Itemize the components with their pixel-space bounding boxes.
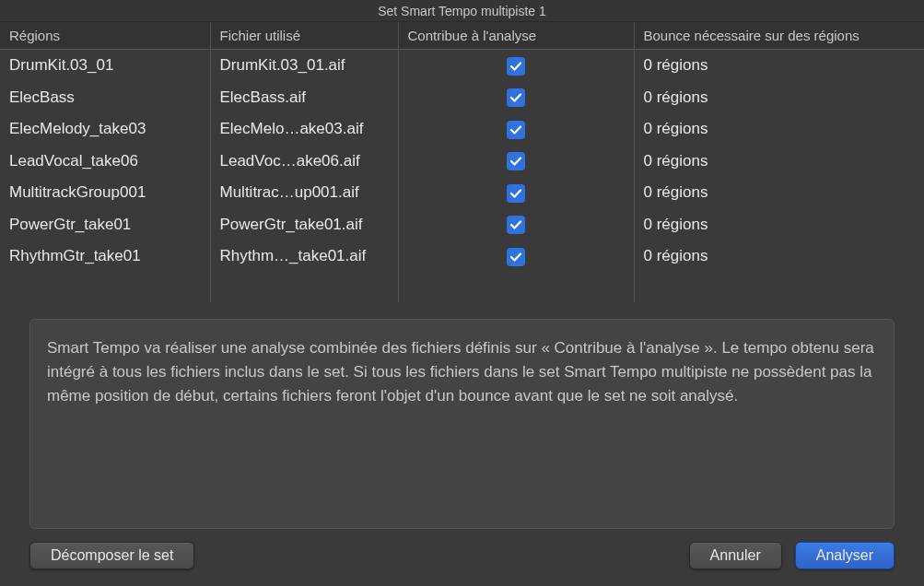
- cell-file: DrumKit.03_01.aif: [210, 50, 398, 82]
- contrib-checkbox[interactable]: [507, 152, 525, 170]
- regions-table-container: Régions Fichier utilisé Contribue à l'an…: [0, 22, 924, 302]
- cell-file: PowerGtr_take01.aif: [210, 209, 398, 241]
- regions-table: Régions Fichier utilisé Contribue à l'an…: [0, 22, 924, 302]
- cell-bounce: 0 régions: [634, 82, 924, 114]
- smart-tempo-window: Set Smart Tempo multipiste 1 Régions Fic…: [0, 0, 924, 586]
- cell-contrib: [398, 209, 634, 241]
- cell-file: ElecMelo…ake03.aif: [210, 113, 398, 146]
- checkmark-icon: [509, 155, 522, 168]
- cell-file: Multitrac…up001.aif: [210, 177, 398, 209]
- contrib-checkbox[interactable]: [507, 121, 525, 139]
- contrib-checkbox[interactable]: [507, 57, 525, 76]
- info-panel: Smart Tempo va réaliser une analyse comb…: [29, 319, 895, 529]
- cell-bounce: 0 régions: [634, 50, 924, 82]
- column-header-contrib[interactable]: Contribue à l'analyse: [398, 22, 634, 50]
- table-row[interactable]: PowerGtr_take01PowerGtr_take01.aif0 régi…: [0, 209, 924, 241]
- table-row[interactable]: ElecBassElecBass.aif0 régions: [0, 82, 924, 114]
- contrib-checkbox[interactable]: [507, 184, 525, 203]
- cell-contrib: [398, 113, 634, 146]
- column-header-file[interactable]: Fichier utilisé: [210, 22, 398, 50]
- table-row[interactable]: RhythmGtr_take01Rhythm…_take01.aif0 régi…: [0, 240, 924, 273]
- cell-region: MultitrackGroup001: [0, 177, 210, 209]
- checkmark-icon: [509, 60, 522, 73]
- checkmark-icon: [509, 218, 522, 231]
- analyze-button[interactable]: Analyser: [795, 542, 895, 569]
- decompose-button[interactable]: Décomposer le set: [29, 542, 194, 569]
- column-header-regions[interactable]: Régions: [0, 22, 210, 50]
- column-header-bounce[interactable]: Bounce nécessaire sur des régions: [634, 22, 924, 50]
- cell-bounce: 0 régions: [634, 177, 924, 209]
- cell-region: RhythmGtr_take01: [0, 240, 210, 273]
- window-title: Set Smart Tempo multipiste 1: [0, 0, 924, 22]
- contrib-checkbox[interactable]: [507, 248, 525, 266]
- checkmark-icon: [509, 251, 522, 264]
- table-row[interactable]: LeadVocal_take06LeadVoc…ake06.aif0 régio…: [0, 146, 924, 178]
- cell-contrib: [398, 146, 634, 178]
- cell-bounce: 0 régions: [634, 240, 924, 273]
- cell-bounce: 0 régions: [634, 209, 924, 241]
- cell-file: ElecBass.aif: [210, 82, 398, 114]
- cell-region: ElecBass: [0, 82, 210, 114]
- cell-bounce: 0 régions: [634, 146, 924, 178]
- checkmark-icon: [509, 123, 522, 136]
- table-row[interactable]: ElecMelody_take03ElecMelo…ake03.aif0 rég…: [0, 113, 924, 146]
- cell-contrib: [398, 82, 634, 114]
- cancel-button[interactable]: Annuler: [689, 542, 782, 569]
- contrib-checkbox[interactable]: [507, 216, 525, 234]
- contrib-checkbox[interactable]: [507, 88, 525, 107]
- table-spacer-row: [0, 273, 924, 302]
- checkmark-icon: [509, 91, 522, 104]
- cell-bounce: 0 régions: [634, 113, 924, 146]
- table-row[interactable]: DrumKit.03_01DrumKit.03_01.aif0 régions: [0, 50, 924, 82]
- cell-region: DrumKit.03_01: [0, 50, 210, 82]
- info-text: Smart Tempo va réaliser une analyse comb…: [47, 339, 874, 405]
- table-row[interactable]: MultitrackGroup001Multitrac…up001.aif0 r…: [0, 177, 924, 209]
- cell-region: ElecMelody_take03: [0, 113, 210, 146]
- cell-file: Rhythm…_take01.aif: [210, 240, 398, 273]
- button-bar: Décomposer le set Annuler Analyser: [0, 529, 924, 586]
- cell-contrib: [398, 177, 634, 209]
- cell-file: LeadVoc…ake06.aif: [210, 146, 398, 178]
- cell-region: PowerGtr_take01: [0, 209, 210, 241]
- cell-contrib: [398, 240, 634, 273]
- cell-region: LeadVocal_take06: [0, 146, 210, 178]
- cell-contrib: [398, 50, 634, 82]
- checkmark-icon: [509, 187, 522, 200]
